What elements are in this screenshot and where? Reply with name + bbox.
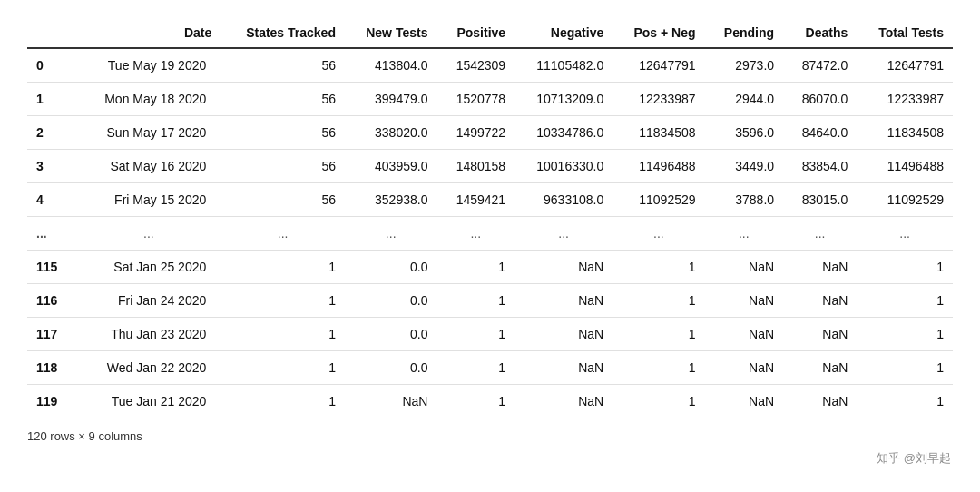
table-cell: 83015.0 <box>783 183 857 217</box>
watermark: 知乎 @刘早起 <box>877 450 951 467</box>
table-cell: Tue May 19 2020 <box>76 48 220 83</box>
table-cell: 1 <box>436 351 514 385</box>
ellipsis-cell: ... <box>27 217 76 251</box>
table-cell: 3596.0 <box>705 116 784 150</box>
table-cell: Fri May 15 2020 <box>76 183 220 217</box>
table-cell: 10016330.0 <box>514 150 612 183</box>
table-cell: 11092529 <box>612 183 704 217</box>
table-cell: 3449.0 <box>705 150 784 183</box>
table-cell: NaN <box>783 251 857 284</box>
table-cell: 115 <box>27 251 76 284</box>
table-cell: 56 <box>220 116 345 150</box>
table-cell: 1499722 <box>436 116 514 150</box>
table-cell: 1 <box>857 385 953 418</box>
table-cell: 403959.0 <box>345 150 436 183</box>
table-cell: 1 <box>436 284 514 318</box>
table-cell: 56 <box>220 48 345 83</box>
ellipsis-cell: ... <box>705 217 784 251</box>
table-cell: 0.0 <box>345 318 436 351</box>
table-cell: 11834508 <box>857 116 953 150</box>
table-cell: 1 <box>220 318 345 351</box>
table-cell: 1 <box>220 284 345 318</box>
table-cell: NaN <box>783 318 857 351</box>
col-header-date: Date <box>76 18 220 48</box>
ellipsis-row: .............................. <box>27 217 953 251</box>
col-header-total: Total Tests <box>857 18 953 48</box>
table-row: 3Sat May 16 202056403959.014801581001633… <box>27 150 953 183</box>
table-cell: 119 <box>27 385 76 418</box>
table-row: 118Wed Jan 22 202010.01NaN1NaNNaN1 <box>27 351 953 385</box>
table-cell: 1 <box>612 351 704 385</box>
table-cell: Thu Jan 23 2020 <box>76 318 220 351</box>
ellipsis-cell: ... <box>514 217 612 251</box>
table-cell: NaN <box>783 284 857 318</box>
table-row: 4Fri May 15 202056352938.014594219633108… <box>27 183 953 217</box>
table-cell: 116 <box>27 284 76 318</box>
table-cell: Mon May 18 2020 <box>76 83 220 116</box>
table-cell: 2944.0 <box>705 83 784 116</box>
table-cell: 10713209.0 <box>514 83 612 116</box>
table-cell: 10334786.0 <box>514 116 612 150</box>
table-header-row: Date States Tracked New Tests Positive N… <box>27 18 953 48</box>
table-cell: Wed Jan 22 2020 <box>76 351 220 385</box>
table-cell: NaN <box>514 351 612 385</box>
table-cell: NaN <box>705 284 784 318</box>
table-cell: 12647791 <box>857 48 953 83</box>
table-cell: Fri Jan 24 2020 <box>76 284 220 318</box>
table-cell: 1 <box>436 318 514 351</box>
table-cell: Tue Jan 21 2020 <box>76 385 220 418</box>
table-cell: 11496488 <box>612 150 704 183</box>
table-cell: 87472.0 <box>783 48 857 83</box>
table-cell: 4 <box>27 183 76 217</box>
table-cell: 1 <box>612 251 704 284</box>
table-cell: 11496488 <box>857 150 953 183</box>
table-cell: 413804.0 <box>345 48 436 83</box>
ellipsis-cell: ... <box>783 217 857 251</box>
table-cell: Sat May 16 2020 <box>76 150 220 183</box>
table-cell: 1 <box>612 318 704 351</box>
col-header-pos-neg: Pos + Neg <box>612 18 704 48</box>
table-cell: 3788.0 <box>705 183 784 217</box>
ellipsis-cell: ... <box>220 217 345 251</box>
table-cell: 399479.0 <box>345 83 436 116</box>
table-cell: 1 <box>857 284 953 318</box>
table-cell: NaN <box>705 351 784 385</box>
table-cell: NaN <box>783 351 857 385</box>
data-table: Date States Tracked New Tests Positive N… <box>27 18 953 418</box>
table-footer: 120 rows × 9 columns <box>27 429 953 443</box>
table-cell: 1 <box>612 385 704 418</box>
table-cell: NaN <box>514 251 612 284</box>
table-cell: 338020.0 <box>345 116 436 150</box>
col-header-pending: Pending <box>705 18 784 48</box>
table-cell: Sat Jan 25 2020 <box>76 251 220 284</box>
table-cell: 56 <box>220 83 345 116</box>
table-row: 0Tue May 19 202056413804.015423091110548… <box>27 48 953 83</box>
ellipsis-cell: ... <box>436 217 514 251</box>
table-cell: 12233987 <box>612 83 704 116</box>
table-cell: 1459421 <box>436 183 514 217</box>
table-cell: NaN <box>705 385 784 418</box>
table-cell: NaN <box>705 251 784 284</box>
table-row: 115Sat Jan 25 202010.01NaN1NaNNaN1 <box>27 251 953 284</box>
table-cell: 1 <box>220 251 345 284</box>
table-cell: 1 <box>857 318 953 351</box>
col-header-negative: Negative <box>514 18 612 48</box>
table-cell: 2 <box>27 116 76 150</box>
ellipsis-cell: ... <box>612 217 704 251</box>
table-cell: 84640.0 <box>783 116 857 150</box>
table-cell: 1542309 <box>436 48 514 83</box>
col-header-index <box>27 18 76 48</box>
table-cell: 1480158 <box>436 150 514 183</box>
table-row: 116Fri Jan 24 202010.01NaN1NaNNaN1 <box>27 284 953 318</box>
table-cell: 1520778 <box>436 83 514 116</box>
table-cell: 1 <box>612 284 704 318</box>
table-cell: 12233987 <box>857 83 953 116</box>
table-cell: 118 <box>27 351 76 385</box>
ellipsis-cell: ... <box>345 217 436 251</box>
table-row: 2Sun May 17 202056338020.014997221033478… <box>27 116 953 150</box>
ellipsis-cell: ... <box>76 217 220 251</box>
table-cell: 56 <box>220 183 345 217</box>
table-row: 117Thu Jan 23 202010.01NaN1NaNNaN1 <box>27 318 953 351</box>
table-cell: 2973.0 <box>705 48 784 83</box>
table-cell: 3 <box>27 150 76 183</box>
